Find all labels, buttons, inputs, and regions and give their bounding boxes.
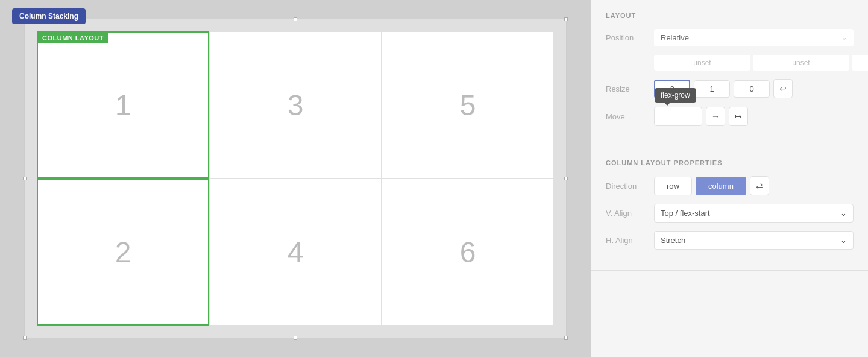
handle-tm[interactable] [294,17,297,21]
handle-tr[interactable] [564,17,568,21]
move-row: Move flex-grow → ↦ [606,107,854,126]
handle-br[interactable] [564,336,568,340]
right-panel: LAYOUT Position Relative ⌄ Resize ↩ [591,0,868,357]
direction-row-button[interactable]: row [654,177,692,195]
flex-grow-tooltip: flex-grow [655,88,696,103]
halign-select[interactable]: Stretch ⌄ [654,231,854,250]
grid-cell-4[interactable]: 4 [209,178,382,326]
valign-label: V. Align [606,209,654,218]
valign-row: V. Align Top / flex-start ⌄ [606,204,854,223]
handle-bm[interactable] [294,336,297,340]
valign-value: Top / flex-start [661,209,710,218]
resize-input-2[interactable] [694,80,730,98]
halign-label: H. Align [606,236,654,245]
position-row: Position Relative ⌄ [606,29,854,46]
layout-section: LAYOUT Position Relative ⌄ Resize ↩ [591,0,868,147]
swap-direction-button[interactable]: ⇄ [750,176,769,195]
offset-row [654,55,854,71]
offset-bottom[interactable] [852,55,868,71]
position-select[interactable]: Relative ⌄ [654,29,854,46]
handle-ml[interactable] [23,177,27,180]
move-flex-grow-button[interactable]: flex-grow [654,107,702,126]
cell-number-6: 6 [460,236,476,269]
cell-number-4: 4 [288,236,304,269]
valign-select[interactable]: Top / flex-start ⌄ [654,204,854,223]
position-value: Relative [661,33,689,42]
column-stacking-badge[interactable]: Column Stacking [12,8,86,24]
offset-right[interactable] [753,55,849,71]
move-end-button[interactable]: ↦ [729,107,748,126]
valign-chevron-icon: ⌄ [840,209,847,218]
grid-cell-3[interactable]: 3 [209,31,382,178]
canvas-frame: COLUMN LAYOUT 1 3 5 2 4 6 [24,19,567,338]
resize-row: Resize ↩ [606,79,854,98]
canvas-area: Column Stacking COLUMN LAYOUT 1 3 5 [0,0,591,357]
grid-cell-1[interactable]: COLUMN LAYOUT 1 [37,31,209,178]
layout-section-title: LAYOUT [606,12,854,19]
cell-number-1: 1 [115,89,131,122]
grid-cell-5[interactable]: 5 [382,31,554,178]
cell-number-3: 3 [288,89,304,122]
handle-bl[interactable] [23,336,27,340]
direction-row: Direction row column ⇄ [606,176,854,195]
move-controls: flex-grow → ↦ [654,107,748,126]
halign-row: H. Align Stretch ⌄ [606,231,854,250]
grid-cell-2[interactable]: 2 [37,178,209,326]
handle-mr[interactable] [564,177,568,180]
resize-input-3[interactable] [734,80,770,98]
halign-value: Stretch [661,236,685,245]
cell-number-2: 2 [115,236,131,269]
grid-container: COLUMN LAYOUT 1 3 5 2 4 6 [37,31,554,326]
column-layout-label: COLUMN LAYOUT [38,33,108,43]
resize-label: Resize [606,84,654,93]
direction-controls: row column ⇄ [654,176,769,195]
direction-column-button[interactable]: column [696,177,746,195]
cell-number-5: 5 [460,89,476,122]
direction-label: Direction [606,182,654,191]
halign-chevron-icon: ⌄ [840,236,847,245]
column-layout-section: COLUMN LAYOUT PROPERTIES Direction row c… [591,147,868,271]
position-label: Position [606,33,654,42]
move-right-button[interactable]: → [706,107,725,126]
resize-reset-button[interactable]: ↩ [773,79,793,98]
offset-top[interactable] [654,55,750,71]
column-section-title: COLUMN LAYOUT PROPERTIES [606,159,854,166]
move-label: Move [606,112,654,121]
chevron-down-icon: ⌄ [841,34,847,42]
grid-cell-6[interactable]: 6 [382,178,554,326]
